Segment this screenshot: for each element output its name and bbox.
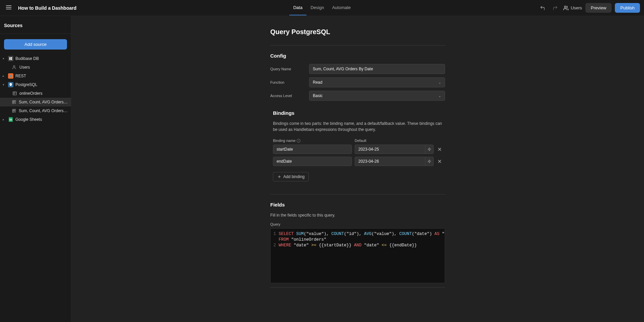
menu-icon[interactable] xyxy=(4,3,13,13)
binding-row: ✕ xyxy=(273,157,442,166)
tree-item-budibase[interactable]: ▾ Budibase DB xyxy=(0,54,71,63)
function-select[interactable]: Read ⌄ xyxy=(309,77,445,87)
svg-marker-22 xyxy=(428,160,431,163)
svg-rect-11 xyxy=(13,100,14,102)
source-tree: ▾ Budibase DB · Users ▸ 🌐 REST ▾ xyxy=(0,54,71,322)
code-line: WHERE "date" >= {{startDate}} AND "date"… xyxy=(279,243,445,248)
fields-section: Fields Fill in the fields specific to th… xyxy=(270,194,445,288)
svg-point-7 xyxy=(13,66,15,67)
line-number: 1 xyxy=(271,231,279,237)
header-tabs: Data Design Automate xyxy=(289,0,355,15)
svg-rect-4 xyxy=(9,57,10,60)
main-inner: Query PostgreSQL Config Query Name Funct… xyxy=(270,16,445,301)
tree-item-sum-count-avg-2[interactable]: · Sum, Count, AVG Orders By Dat… xyxy=(0,106,71,115)
binding-default-wrap xyxy=(355,145,434,154)
tree-label: Users xyxy=(19,65,30,70)
close-icon[interactable]: ✕ xyxy=(436,146,442,153)
lightning-icon[interactable] xyxy=(425,145,434,154)
page-title: Query PostgreSQL xyxy=(270,28,445,36)
bindings-description: Bindings come in two parts: the binding … xyxy=(273,120,442,133)
svg-rect-17 xyxy=(14,109,16,110)
sidebar-divider xyxy=(0,33,71,34)
binding-default-header: Default xyxy=(355,139,366,143)
fields-heading: Fields xyxy=(270,202,445,208)
tree-label: Google Sheets xyxy=(15,117,42,122)
section-divider xyxy=(270,194,445,194)
tab-data[interactable]: Data xyxy=(289,0,306,15)
google-sheets-icon xyxy=(8,117,13,122)
tree-label: Budibase DB xyxy=(15,56,39,61)
tree-label: Sum, Count, AVG Orders By Date xyxy=(19,100,68,104)
tree-item-sum-count-avg-1[interactable]: · Sum, Count, AVG Orders By Date xyxy=(0,98,71,106)
section-divider xyxy=(270,45,445,46)
header-users-label: Users xyxy=(571,5,582,10)
caret-down-icon: ▾ xyxy=(3,57,6,60)
binding-default-input[interactable] xyxy=(355,157,425,166)
caret-down-icon: ▾ xyxy=(3,83,6,86)
rest-icon: 🌐 xyxy=(8,73,13,79)
lightning-icon[interactable] xyxy=(425,157,434,166)
tab-automate[interactable]: Automate xyxy=(328,0,355,15)
tree-item-users[interactable]: · Users xyxy=(0,63,71,72)
line-number: 2 xyxy=(271,243,279,248)
add-binding-button[interactable]: Add binding xyxy=(273,172,309,181)
users-icon xyxy=(12,65,17,70)
query-icon xyxy=(11,108,17,113)
tree-item-rest[interactable]: ▸ 🌐 REST xyxy=(0,72,71,80)
postgresql-icon xyxy=(8,82,13,87)
caret-right-icon: ▸ xyxy=(3,74,6,78)
code-line: FROM "onlineOrders" xyxy=(279,237,445,243)
svg-rect-13 xyxy=(13,102,14,104)
svg-rect-18 xyxy=(12,111,14,112)
table-icon xyxy=(12,91,17,96)
svg-point-3 xyxy=(564,6,566,8)
line-number xyxy=(271,237,279,243)
tab-design[interactable]: Design xyxy=(306,0,328,15)
tree-item-google-sheets[interactable]: ▸ Google Sheets xyxy=(0,115,71,124)
svg-rect-16 xyxy=(12,109,14,110)
publish-button[interactable]: Publish xyxy=(615,3,640,13)
config-row-access-level: Access Level Basic ⌄ xyxy=(270,91,445,101)
function-value: Read xyxy=(313,80,323,85)
svg-rect-5 xyxy=(11,57,12,59)
access-level-select[interactable]: Basic ⌄ xyxy=(309,91,445,101)
tree-label: PostgreSQL xyxy=(15,82,37,87)
binding-default-wrap xyxy=(355,157,434,166)
tree-item-onlineorders[interactable]: · onlineOrders xyxy=(0,89,71,98)
binding-name-input[interactable] xyxy=(273,157,352,166)
add-source-button[interactable]: Add source xyxy=(4,39,67,50)
header-right: Users Preview Publish xyxy=(355,3,640,13)
tree-label: Sum, Count, AVG Orders By Dat… xyxy=(19,108,68,113)
close-icon[interactable]: ✕ xyxy=(436,158,442,165)
binding-row: ✕ xyxy=(273,145,442,154)
binding-name-input[interactable] xyxy=(273,145,352,154)
tree-item-postgresql[interactable]: ▾ PostgreSQL xyxy=(0,80,71,89)
header-users[interactable]: Users xyxy=(563,5,582,11)
svg-rect-12 xyxy=(14,100,16,102)
undo-icon[interactable] xyxy=(538,3,547,13)
config-label-function: Function xyxy=(270,80,309,84)
svg-marker-21 xyxy=(428,148,431,151)
svg-rect-8 xyxy=(13,92,17,95)
preview-button[interactable]: Preview xyxy=(585,3,612,13)
add-binding-label: Add binding xyxy=(283,174,304,179)
bindings-header-row: Binding name i Default xyxy=(273,139,442,143)
chevron-down-icon: ⌄ xyxy=(438,93,441,98)
info-icon[interactable]: i xyxy=(297,139,300,143)
bindings-heading: Bindings xyxy=(273,110,445,116)
config-heading: Config xyxy=(270,53,445,59)
main-content: Query PostgreSQL Config Query Name Funct… xyxy=(71,16,644,322)
config-label-query-name: Query Name xyxy=(270,67,309,71)
code-line: SELECT SUM("value"), COUNT("id"), AVG("v… xyxy=(279,231,445,237)
app-title: How to Build a Dashboard xyxy=(18,5,76,11)
query-icon xyxy=(11,99,17,105)
config-label-access-level: Access Level xyxy=(270,94,309,98)
binding-default-input[interactable] xyxy=(355,145,425,154)
sql-editor[interactable]: 1 SELECT SUM("value"), COUNT("id"), AVG(… xyxy=(270,228,445,283)
query-name-input[interactable] xyxy=(309,64,445,74)
binding-name-header: Binding name i xyxy=(273,139,352,143)
svg-rect-6 xyxy=(11,59,12,60)
query-label: Query xyxy=(270,222,445,226)
redo-icon[interactable] xyxy=(551,3,560,13)
config-row-query-name: Query Name xyxy=(270,64,445,74)
